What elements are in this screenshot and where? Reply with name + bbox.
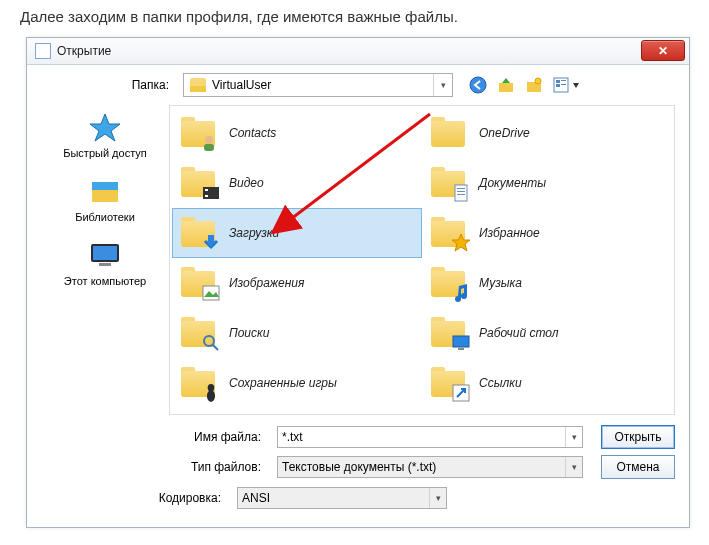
folder-label: Contacts (229, 126, 276, 140)
image-overlay-icon (201, 283, 221, 303)
sidebar-quick-access[interactable]: Быстрый доступ (41, 111, 169, 159)
sidebar-libraries[interactable]: Библиотеки (41, 175, 169, 223)
folder-label: Избранное (479, 226, 540, 240)
file-list: Contacts OneDrive Видео Документы (169, 105, 675, 415)
document-overlay-icon (451, 183, 471, 203)
open-dialog: Открытие ✕ Папка: VirtualUser ▾ (26, 37, 690, 528)
filename-input[interactable]: *.txt ▾ (277, 426, 583, 448)
app-icon (35, 43, 51, 59)
folder-downloads[interactable]: Загрузки (172, 208, 422, 258)
svg-rect-13 (99, 263, 111, 266)
contacts-overlay-icon (201, 133, 221, 153)
folder-saved-games[interactable]: Сохраненные игры (172, 358, 422, 408)
nav-toolbar (469, 76, 581, 94)
svg-rect-10 (92, 182, 118, 190)
filetype-label: Тип файлов: (41, 460, 269, 474)
folder-label: Папка: (41, 78, 177, 92)
folder-label: OneDrive (479, 126, 530, 140)
link-overlay-icon (451, 383, 471, 403)
svg-rect-18 (205, 195, 208, 197)
sidebar-item-label: Библиотеки (41, 211, 169, 223)
video-overlay-icon (201, 183, 221, 203)
svg-rect-22 (457, 194, 465, 195)
window-title: Открытие (57, 44, 111, 58)
folder-icon (190, 78, 206, 92)
libraries-icon (87, 175, 123, 207)
filename-label: Имя файла: (41, 430, 269, 444)
folder-label: Загрузки (229, 226, 279, 240)
folder-onedrive[interactable]: OneDrive (422, 108, 672, 158)
svg-rect-12 (93, 246, 117, 260)
encoding-value: ANSI (242, 491, 270, 505)
svg-rect-17 (205, 189, 208, 191)
filetype-value: Текстовые документы (*.txt) (282, 460, 436, 474)
sidebar-item-label: Этот компьютер (41, 275, 169, 287)
svg-rect-27 (458, 348, 464, 350)
games-overlay-icon (201, 383, 221, 403)
folder-combobox[interactable]: VirtualUser ▾ (183, 73, 453, 97)
music-overlay-icon (451, 283, 471, 303)
folder-value: VirtualUser (212, 78, 271, 92)
sidebar-item-label: Быстрый доступ (41, 147, 169, 159)
download-overlay-icon (201, 233, 221, 253)
folder-documents[interactable]: Документы (422, 158, 672, 208)
svg-point-24 (204, 336, 214, 346)
desktop-overlay-icon (451, 333, 471, 353)
svg-rect-15 (204, 144, 214, 151)
svg-rect-16 (203, 187, 219, 199)
folder-label: Сохраненные игры (229, 376, 337, 390)
folder-label: Документы (479, 176, 546, 190)
chevron-down-icon: ▾ (565, 427, 582, 447)
star-icon (87, 111, 123, 143)
svg-rect-8 (561, 84, 566, 85)
folder-label: Поиски (229, 326, 269, 340)
places-sidebar: Быстрый доступ Библиотеки Этот компьютер (41, 105, 169, 415)
folder-pictures[interactable]: Изображения (172, 258, 422, 308)
new-folder-icon[interactable] (525, 76, 543, 94)
svg-rect-6 (556, 84, 560, 87)
views-icon[interactable] (553, 76, 581, 94)
folder-searches[interactable]: Поиски (172, 308, 422, 358)
folder-contacts[interactable]: Contacts (172, 108, 422, 158)
chevron-down-icon: ▾ (565, 457, 582, 477)
page-caption: Далее заходим в папки профиля, где имеют… (0, 0, 709, 37)
sidebar-this-pc[interactable]: Этот компьютер (41, 239, 169, 287)
chevron-down-icon: ▾ (433, 74, 452, 96)
computer-icon (87, 239, 123, 271)
star-overlay-icon (451, 233, 471, 253)
svg-rect-1 (499, 83, 513, 92)
folder-links[interactable]: Ссылки (422, 358, 672, 408)
svg-point-3 (535, 78, 541, 84)
svg-rect-19 (455, 185, 467, 201)
folder-label: Ссылки (479, 376, 522, 390)
folder-favorites[interactable]: Избранное (422, 208, 672, 258)
folder-label: Изображения (229, 276, 304, 290)
close-icon: ✕ (658, 44, 668, 58)
folder-label: Рабочий стол (479, 326, 559, 340)
svg-rect-26 (453, 336, 469, 347)
svg-point-14 (205, 136, 213, 144)
folder-desktop[interactable]: Рабочий стол (422, 308, 672, 358)
filetype-select[interactable]: Текстовые документы (*.txt) ▾ (277, 456, 583, 478)
filename-value: *.txt (282, 430, 303, 444)
chevron-down-icon: ▾ (429, 488, 446, 508)
svg-rect-7 (561, 80, 566, 81)
open-button[interactable]: Открыть (601, 425, 675, 449)
folder-video[interactable]: Видео (172, 158, 422, 208)
svg-rect-5 (556, 80, 560, 83)
encoding-label: Кодировка: (41, 491, 229, 505)
svg-rect-20 (457, 188, 465, 189)
close-button[interactable]: ✕ (641, 40, 685, 61)
svg-line-25 (213, 345, 218, 350)
encoding-select[interactable]: ANSI ▾ (237, 487, 447, 509)
svg-rect-21 (457, 191, 465, 192)
cancel-button[interactable]: Отмена (601, 455, 675, 479)
titlebar: Открытие ✕ (27, 38, 689, 65)
svg-point-0 (470, 77, 486, 93)
folder-label: Музыка (479, 276, 522, 290)
back-icon[interactable] (469, 76, 487, 94)
up-icon[interactable] (497, 76, 515, 94)
folder-label: Видео (229, 176, 264, 190)
folder-music[interactable]: Музыка (422, 258, 672, 308)
search-overlay-icon (201, 333, 221, 353)
